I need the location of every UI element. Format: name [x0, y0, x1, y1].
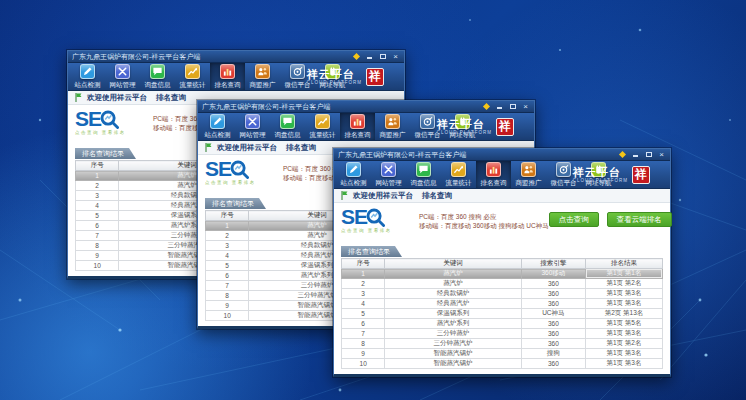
table-row[interactable]: 7三分钟蒸炉360第1页 第3名 — [342, 329, 663, 339]
cell-seq: 6 — [206, 271, 249, 281]
toolbar-item-traffic-stats[interactable]: 流量统计 — [175, 63, 210, 90]
toolbar-item-rank-query[interactable]: 排名查询 — [340, 113, 375, 140]
chat-icon — [150, 64, 165, 79]
table-row[interactable]: 10智能蒸汽锅炉360第1页 第3名 — [342, 359, 663, 369]
table-row[interactable]: 9智能蒸汽锅炉搜狗第1页 第3名 — [342, 349, 663, 359]
table-row[interactable]: 3经典款锅炉360第1页 第3名 — [342, 289, 663, 299]
toolbar-item-label: 流量统计 — [446, 179, 472, 188]
toolbar-item-site-check[interactable]: 站点检测 — [70, 63, 105, 90]
cell-seq: 9 — [76, 251, 119, 261]
toolbar-item-label: 商盟推广 — [250, 81, 276, 90]
pencil-icon — [210, 114, 225, 129]
skin-button[interactable] — [618, 150, 627, 159]
toolbar-item-label: 排名查询 — [481, 179, 507, 188]
close-button[interactable]: × — [391, 52, 400, 61]
line-chart-icon — [315, 114, 330, 129]
window-titlebar[interactable]: 广东九鼎王锅炉有限公司-祥云平台客户端 × — [198, 101, 534, 113]
cell-engine: 360 — [521, 339, 585, 349]
toolbar-item-alliance-promo[interactable]: 商盟推广 — [245, 63, 280, 90]
cell-seq: 10 — [76, 261, 119, 271]
cell-seq: 7 — [206, 281, 249, 291]
tools-icon — [381, 162, 396, 177]
cell-engine: 360 — [521, 299, 585, 309]
cell-keyword: 智能蒸汽锅炉 — [385, 349, 521, 359]
column-header[interactable]: 序号 — [206, 211, 249, 221]
compass-icon — [290, 64, 305, 79]
bar-chart-icon — [350, 114, 365, 129]
main-toolbar: 站点检测网站管理询盘信息流量统计排名查询商盟推广微信平台网址导航 祥云平台 CL… — [68, 63, 404, 91]
toolbar-item-label: 流量统计 — [310, 131, 336, 140]
toolbar-item-label: 网站管理 — [110, 81, 136, 90]
toolbar-item-alliance-promo[interactable]: 商盟推广 — [511, 161, 546, 188]
cloud-rank-button[interactable]: 查看云端排名 — [607, 212, 672, 227]
cell-seq: 1 — [76, 171, 119, 181]
toolbar-item-traffic-stats[interactable]: 流量统计 — [441, 161, 476, 188]
cell-rank: 第1页 第3名 — [585, 299, 662, 309]
cell-rank: 第1页 第3名 — [585, 329, 662, 339]
page-title: 排名查询 — [286, 143, 316, 153]
seo-header-row: SE 点击查询 查看排名 PC端：百度 360 搜狗 必应 移动端：百度移动 3… — [341, 207, 663, 240]
table-row[interactable]: 1蒸汽炉360移动第1页 第1名 — [342, 269, 663, 279]
maximize-button[interactable] — [644, 150, 653, 159]
minimize-button[interactable] — [365, 52, 374, 61]
window-titlebar[interactable]: 广东九鼎王锅炉有限公司-祥云平台客户端 × — [68, 51, 404, 63]
main-toolbar: 站点检测网站管理询盘信息流量统计排名查询商盟推广微信平台网址导航 祥云平台 CL… — [198, 113, 534, 141]
column-header[interactable]: 搜索引擎 — [521, 259, 585, 269]
column-header[interactable]: 关键词 — [385, 259, 521, 269]
brand-subtitle: CLOUD PLATFORM — [437, 130, 492, 135]
minimize-button[interactable] — [631, 150, 640, 159]
seo-logo-text: SE — [205, 159, 231, 179]
cell-keyword: 蒸汽炉系列 — [385, 319, 521, 329]
cell-seq: 1 — [342, 269, 385, 279]
minimize-button[interactable] — [495, 102, 504, 111]
toolbar-item-site-manage[interactable]: 网站管理 — [235, 113, 270, 140]
close-button[interactable]: × — [521, 102, 530, 111]
table-row[interactable]: 2蒸汽炉360第1页 第2名 — [342, 279, 663, 289]
seo-logo: SE 点击查询 查看排名 — [341, 207, 413, 233]
window-titlebar[interactable]: 广东九鼎王锅炉有限公司-祥云平台客户端 × — [334, 149, 670, 161]
table-row[interactable]: 5保温锅系列UC神马第2页 第13名 — [342, 309, 663, 319]
tab-rank-results[interactable]: 排名查询结果 — [205, 198, 266, 209]
mobile-engines-line: 移动端：百度移动 360移动 搜狗移动 UC神马 — [419, 221, 549, 230]
toolbar-item-label: 排名查询 — [345, 131, 371, 140]
brand-badge: 祥 — [632, 166, 650, 184]
toolbar-item-label: 流量统计 — [180, 81, 206, 90]
cell-keyword: 智能蒸汽锅炉 — [385, 359, 521, 369]
column-header[interactable]: 排名结果 — [585, 259, 662, 269]
table-row[interactable]: 4经典蒸汽炉360第1页 第3名 — [342, 299, 663, 309]
seo-logo: SE 点击查询 查看排名 — [205, 159, 277, 185]
page-title: 排名查询 — [422, 191, 452, 201]
close-button[interactable]: × — [657, 150, 666, 159]
seo-slogan: 点击查询 查看排名 — [205, 180, 277, 185]
toolbar-item-site-check[interactable]: 站点检测 — [336, 161, 371, 188]
toolbar-item-site-manage[interactable]: 网站管理 — [105, 63, 140, 90]
pc-engines-line: PC端：百度 360 搜狗 必应 — [419, 212, 549, 221]
toolbar-item-alliance-promo[interactable]: 商盟推广 — [375, 113, 410, 140]
column-header[interactable]: 序号 — [342, 259, 385, 269]
action-buttons: 点击查询 查看云端排名 — [549, 212, 672, 227]
toolbar-item-rank-query[interactable]: 排名查询 — [476, 161, 511, 188]
toolbar-item-inquiry-info[interactable]: 询盘信息 — [270, 113, 305, 140]
toolbar-item-site-check[interactable]: 站点检测 — [200, 113, 235, 140]
maximize-button[interactable] — [508, 102, 517, 111]
compass-icon — [420, 114, 435, 129]
table-row[interactable]: 8三分钟蒸汽炉360第1页 第2名 — [342, 339, 663, 349]
toolbar-item-inquiry-info[interactable]: 询盘信息 — [406, 161, 441, 188]
skin-button[interactable] — [352, 52, 361, 61]
table-row[interactable]: 6蒸汽炉系列360第1页 第5名 — [342, 319, 663, 329]
toolbar-item-label: 商盟推广 — [380, 131, 406, 140]
seo-slogan: 点击查询 查看排名 — [341, 228, 413, 233]
compass-icon — [556, 162, 571, 177]
toolbar-item-traffic-stats[interactable]: 流量统计 — [305, 113, 340, 140]
toolbar-item-inquiry-info[interactable]: 询盘信息 — [140, 63, 175, 90]
toolbar-item-site-manage[interactable]: 网站管理 — [371, 161, 406, 188]
tab-rank-results[interactable]: 排名查询结果 — [75, 148, 136, 159]
column-header[interactable]: 序号 — [76, 161, 119, 171]
maximize-button[interactable] — [378, 52, 387, 61]
line-chart-icon — [451, 162, 466, 177]
cell-keyword: 三分钟蒸汽炉 — [385, 339, 521, 349]
skin-button[interactable] — [482, 102, 491, 111]
toolbar-item-rank-query[interactable]: 排名查询 — [210, 63, 245, 90]
query-button[interactable]: 点击查询 — [549, 212, 599, 227]
tab-rank-results[interactable]: 排名查询结果 — [341, 246, 402, 257]
